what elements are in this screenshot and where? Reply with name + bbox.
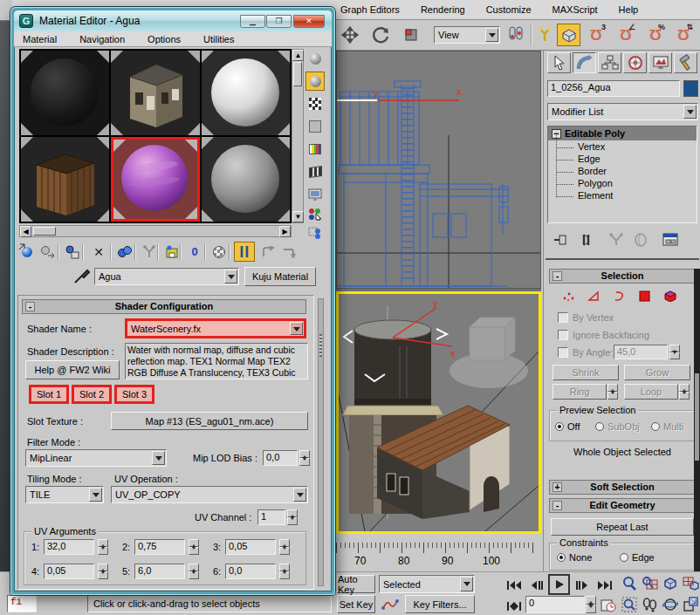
- zoom-extents-icon[interactable]: [661, 574, 680, 592]
- menu-material[interactable]: Material: [23, 34, 57, 44]
- track-bar[interactable]: 70 80 90 100: [336, 534, 543, 571]
- slot1-tab[interactable]: Slot 1: [29, 385, 69, 404]
- maxscript-mini-listener[interactable]: fi: [7, 595, 37, 612]
- by-angle-field[interactable]: 45,0: [614, 345, 668, 359]
- constraints-none-radio[interactable]: None: [557, 552, 592, 563]
- collapse-icon[interactable]: [25, 302, 35, 311]
- set-key-button[interactable]: Set Key: [337, 595, 375, 613]
- region-zoom-icon[interactable]: [620, 595, 639, 613]
- uv-arg1-field[interactable]: 32,0: [44, 539, 94, 555]
- menu-options[interactable]: Options: [148, 34, 181, 44]
- tab-display[interactable]: [649, 52, 672, 73]
- shader-name-dropdown[interactable]: WaterScenery.fx: [125, 318, 306, 338]
- scroll-right-icon[interactable]: ▶: [279, 226, 291, 237]
- selection-rollout-header[interactable]: Selection: [549, 269, 696, 284]
- get-material-icon[interactable]: [17, 243, 37, 261]
- viewport-front-wireframe[interactable]: y x: [336, 51, 541, 289]
- menu-maxscript[interactable]: MAXScript: [552, 4, 598, 15]
- uv-arg3-field[interactable]: 0,05: [225, 539, 276, 555]
- zoom-icon[interactable]: [620, 574, 639, 592]
- material-id-channel-icon[interactable]: 0: [185, 243, 204, 261]
- show-map-in-viewport-icon[interactable]: [209, 243, 229, 261]
- uv-arg3-spinner[interactable]: [279, 539, 290, 555]
- object-color-swatch[interactable]: [683, 80, 698, 97]
- uv-arg5-spinner[interactable]: [189, 564, 199, 579]
- go-forward-to-sibling-icon[interactable]: [279, 243, 299, 261]
- stack-item-editable-poly[interactable]: − Editable Poly: [548, 126, 697, 140]
- scroll-left-icon[interactable]: ◀: [20, 226, 31, 237]
- uv-channel-spinner[interactable]: [287, 509, 298, 525]
- help-fw2-wiki-button[interactable]: Help @ FW2 Wiki: [25, 360, 120, 379]
- menu-utilities[interactable]: Utilities: [203, 34, 234, 44]
- show-end-result-icon[interactable]: [577, 230, 596, 249]
- shader-configuration-rollout[interactable]: Shader Configuration: [22, 299, 306, 314]
- selection-set-dropdown[interactable]: Selected: [379, 575, 475, 593]
- loop-spinner[interactable]: [679, 384, 690, 400]
- make-preview-icon[interactable]: [305, 162, 325, 181]
- material-editor-titlebar[interactable]: G Material Editor - Agua ▁ ❐ ✕: [14, 10, 332, 31]
- default-in-out-tangents-icon[interactable]: [381, 595, 400, 613]
- element-subobject-icon[interactable]: [662, 290, 676, 302]
- zoom-all-icon[interactable]: [640, 574, 659, 592]
- slot-wood-crate-material[interactable]: [21, 137, 109, 222]
- edge-subobject-icon[interactable]: [587, 290, 600, 302]
- tab-modify[interactable]: [573, 52, 596, 73]
- menu-navigation[interactable]: Navigation: [79, 34, 125, 44]
- slot3-tab[interactable]: Slot 3: [114, 385, 154, 404]
- uv-channel-field[interactable]: 1: [257, 509, 285, 525]
- assign-material-to-selection-icon[interactable]: [63, 243, 82, 261]
- stack-item-edge[interactable]: Edge: [548, 153, 697, 165]
- preview-subobj-radio[interactable]: SubObj: [595, 421, 640, 432]
- angle-snap-icon[interactable]: Ω∠: [616, 24, 635, 43]
- uv-arg4-field[interactable]: 0,05: [44, 564, 94, 579]
- pick-material-from-object-icon[interactable]: [72, 267, 91, 285]
- show-end-result-icon[interactable]: [234, 242, 255, 262]
- zoom-extents-all-icon[interactable]: [681, 574, 700, 592]
- menu-rendering[interactable]: Rendering: [421, 4, 465, 15]
- slot-texture-button[interactable]: Map #13 (ES_agu01_nm.ace): [111, 412, 308, 430]
- uv-arg4-spinner[interactable]: [98, 564, 108, 579]
- by-angle-spinner[interactable]: [669, 345, 680, 359]
- stack-item-element[interactable]: Element: [548, 189, 697, 202]
- timeline-ruler[interactable]: [336, 543, 537, 553]
- viewport-perspective-active[interactable]: y x: [336, 291, 541, 534]
- play-button[interactable]: [548, 574, 570, 595]
- select-rotate-icon[interactable]: [372, 25, 391, 44]
- soft-selection-rollout-header[interactable]: Soft Selection: [549, 480, 696, 495]
- uv-operation-dropdown[interactable]: UV_OP_COPY: [111, 486, 308, 503]
- background-icon[interactable]: [305, 94, 325, 113]
- constraints-edge-radio[interactable]: Edge: [620, 552, 655, 563]
- go-to-start-icon[interactable]: [504, 576, 524, 594]
- mip-lod-bias-spinner[interactable]: [299, 450, 310, 466]
- ring-button[interactable]: Ring: [552, 384, 607, 400]
- previous-frame-icon[interactable]: [527, 576, 546, 594]
- slots-vertical-scrollbar[interactable]: ▲ ▼: [292, 49, 304, 223]
- minimize-button[interactable]: ▁: [240, 15, 265, 28]
- ring-spinner[interactable]: [607, 384, 618, 400]
- slots-horizontal-scrollbar[interactable]: ◀ ▶: [19, 225, 292, 237]
- arc-rotate-icon[interactable]: [661, 595, 680, 613]
- sample-uv-tiling-icon[interactable]: [305, 117, 325, 136]
- shrink-button[interactable]: Shrink: [552, 365, 619, 380]
- uv-arg2-field[interactable]: 0,75: [134, 539, 185, 555]
- tab-motion[interactable]: [623, 52, 647, 73]
- key-filters-button[interactable]: Key Filters...: [405, 595, 475, 613]
- current-frame-field[interactable]: 0: [525, 596, 585, 613]
- dropdown-arrow-icon[interactable]: [485, 28, 498, 42]
- object-name-field[interactable]: 1_0256_Agua: [547, 80, 680, 97]
- key-mode-toggle-icon[interactable]: [504, 597, 524, 615]
- polygon-subobject-icon[interactable]: [637, 290, 651, 302]
- make-unique-icon[interactable]: [140, 243, 159, 261]
- stack-item-polygon[interactable]: Polygon: [548, 177, 697, 189]
- vertex-subobject-icon[interactable]: [561, 290, 575, 302]
- by-angle-checkbox[interactable]: By Angle:: [558, 347, 613, 358]
- backlight-icon[interactable]: [305, 72, 325, 91]
- go-to-end-icon[interactable]: [595, 576, 614, 594]
- percent-snap-icon[interactable]: Ω%: [646, 24, 665, 43]
- stack-item-vertex[interactable]: Vertex: [548, 140, 697, 153]
- remove-modifier-icon[interactable]: [631, 230, 650, 249]
- edit-geometry-rollout-header[interactable]: Edit Geometry: [549, 498, 696, 513]
- collapse-icon[interactable]: [552, 501, 562, 510]
- put-material-to-scene-icon[interactable]: [38, 243, 58, 261]
- spinner-snap-icon[interactable]: Ω⇅: [674, 24, 693, 43]
